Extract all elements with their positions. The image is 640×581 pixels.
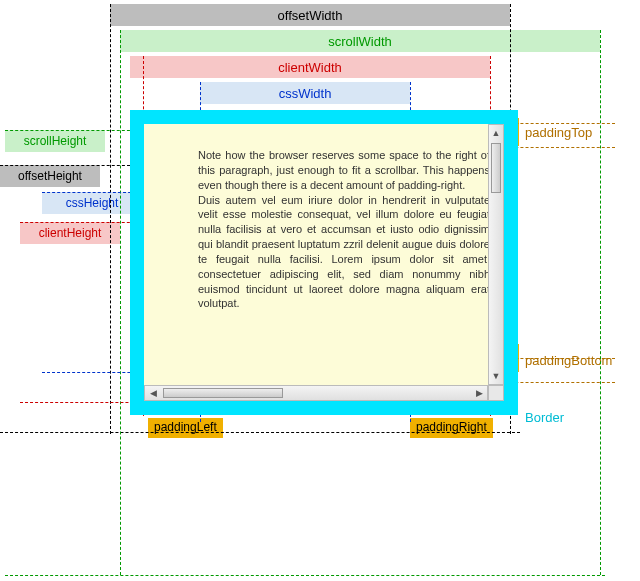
padding-left-marker: paddingLeft (148, 418, 223, 438)
note-paragraph: Note how the browser reserves some space… (198, 148, 490, 193)
vertical-scrollbar[interactable]: ▲ ▼ (488, 124, 504, 385)
padding-top-label: paddingTop (525, 125, 592, 140)
client-height-bar: clientHeight (20, 222, 120, 244)
scroll-down-icon[interactable]: ▼ (489, 368, 503, 384)
client-width-bar: clientWidth (130, 56, 490, 78)
scroll-height-bar: scrollHeight (5, 130, 105, 152)
offset-width-bar: offsetWidth (110, 4, 510, 26)
css-width-bar: cssWidth (200, 82, 410, 104)
padding-right-marker: paddingRight (410, 418, 493, 438)
horizontal-scrollbar[interactable]: ◀ ▶ (144, 385, 488, 401)
horizontal-scroll-thumb[interactable] (163, 388, 283, 398)
offset-height-bar: offsetHeight (0, 165, 100, 187)
scroll-left-icon[interactable]: ◀ (145, 386, 161, 400)
scroll-up-icon[interactable]: ▲ (489, 125, 503, 141)
lorem-paragraph: Duis autem vel eum iriure dolor in hendr… (198, 193, 490, 312)
element-box: Note how the browser reserves some space… (130, 110, 518, 415)
css-height-bar: cssHeight (42, 192, 142, 214)
border-label: Border (525, 410, 564, 425)
scroll-right-icon[interactable]: ▶ (471, 386, 487, 400)
scroll-width-bar: scrollWidth (120, 30, 600, 52)
content-area: Note how the browser reserves some space… (198, 148, 490, 377)
vertical-scroll-thumb[interactable] (491, 143, 501, 193)
padding-bottom-label: paddingBottom (525, 353, 612, 368)
scrollbar-corner (488, 385, 504, 401)
